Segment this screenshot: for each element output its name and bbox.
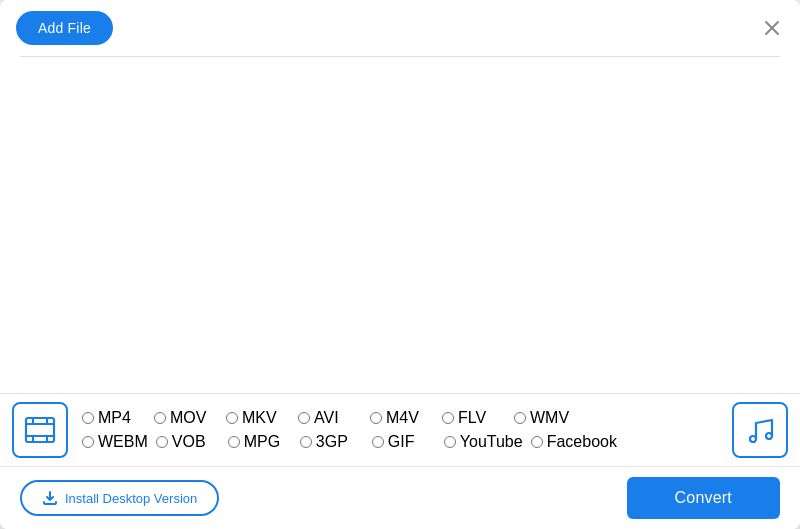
format-3gp[interactable]: 3GP xyxy=(296,431,368,453)
format-label-3gp: 3GP xyxy=(316,433,348,451)
format-radio-webm[interactable] xyxy=(82,436,94,448)
format-radio-gif[interactable] xyxy=(372,436,384,448)
format-mp4[interactable]: MP4 xyxy=(78,407,150,429)
format-label-mpg: MPG xyxy=(244,433,280,451)
audio-format-icon-box xyxy=(732,402,788,458)
format-label-mkv: MKV xyxy=(242,409,277,427)
close-button[interactable] xyxy=(760,16,784,40)
install-label: Install Desktop Version xyxy=(65,491,197,506)
format-mpg[interactable]: MPG xyxy=(224,431,296,453)
format-radio-vob[interactable] xyxy=(156,436,168,448)
format-mkv[interactable]: MKV xyxy=(222,407,294,429)
format-wmv[interactable]: WMV xyxy=(510,407,582,429)
content-area xyxy=(0,57,800,393)
format-radio-mkv[interactable] xyxy=(226,412,238,424)
video-format-icon-box xyxy=(12,402,68,458)
format-radio-3gp[interactable] xyxy=(300,436,312,448)
format-radio-facebook[interactable] xyxy=(531,436,543,448)
format-facebook[interactable]: Facebook xyxy=(527,431,621,453)
format-m4v[interactable]: M4V xyxy=(366,407,438,429)
add-file-button[interactable]: Add File xyxy=(16,11,113,45)
format-radio-avi[interactable] xyxy=(298,412,310,424)
format-label-youtube: YouTube xyxy=(460,433,523,451)
format-bar: MP4 MOV MKV AVI M4V xyxy=(0,393,800,466)
format-flv[interactable]: FLV xyxy=(438,407,510,429)
format-radio-youtube[interactable] xyxy=(444,436,456,448)
format-avi[interactable]: AVI xyxy=(294,407,366,429)
formats-row-1: MP4 MOV MKV AVI M4V xyxy=(78,407,726,429)
format-mov[interactable]: MOV xyxy=(150,407,222,429)
format-label-webm: WEBM xyxy=(98,433,148,451)
format-radio-mp4[interactable] xyxy=(82,412,94,424)
main-dialog: Add File xyxy=(0,0,800,529)
format-label-wmv: WMV xyxy=(530,409,569,427)
format-label-avi: AVI xyxy=(314,409,339,427)
format-label-facebook: Facebook xyxy=(547,433,617,451)
format-label-flv: FLV xyxy=(458,409,486,427)
format-label-mov: MOV xyxy=(170,409,206,427)
formats-grid: MP4 MOV MKV AVI M4V xyxy=(78,407,726,453)
format-label-vob: VOB xyxy=(172,433,206,451)
bottom-bar: Install Desktop Version Convert xyxy=(0,466,800,529)
formats-row-2: WEBM VOB MPG 3GP GIF xyxy=(78,431,726,453)
download-icon xyxy=(42,490,58,506)
format-label-gif: GIF xyxy=(388,433,415,451)
format-webm[interactable]: WEBM xyxy=(78,431,152,453)
convert-button[interactable]: Convert xyxy=(627,477,780,519)
format-radio-mov[interactable] xyxy=(154,412,166,424)
title-bar: Add File xyxy=(0,0,800,56)
format-radio-m4v[interactable] xyxy=(370,412,382,424)
film-icon xyxy=(22,412,58,448)
format-radio-mpg[interactable] xyxy=(228,436,240,448)
music-icon xyxy=(743,413,777,447)
install-desktop-button[interactable]: Install Desktop Version xyxy=(20,480,219,516)
format-gif[interactable]: GIF xyxy=(368,431,440,453)
format-radio-flv[interactable] xyxy=(442,412,454,424)
format-label-mp4: MP4 xyxy=(98,409,131,427)
format-youtube[interactable]: YouTube xyxy=(440,431,527,453)
svg-rect-2 xyxy=(26,418,54,442)
format-label-m4v: M4V xyxy=(386,409,419,427)
svg-point-10 xyxy=(766,433,772,439)
format-radio-wmv[interactable] xyxy=(514,412,526,424)
svg-point-9 xyxy=(750,436,756,442)
format-vob[interactable]: VOB xyxy=(152,431,224,453)
